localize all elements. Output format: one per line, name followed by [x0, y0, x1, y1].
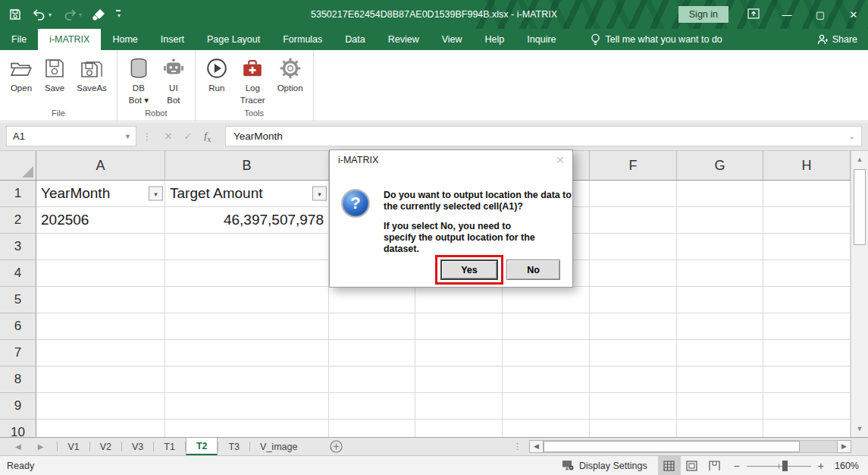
- cell-G10[interactable]: [677, 420, 763, 437]
- sheet-tab-v2[interactable]: V2: [90, 438, 121, 455]
- open-button[interactable]: Open: [5, 53, 38, 93]
- cell-E7[interactable]: [503, 340, 590, 366]
- cell-A9[interactable]: [36, 393, 165, 420]
- format-painter-icon[interactable]: [92, 8, 105, 21]
- prev-sheet-icon[interactable]: ◀: [15, 442, 21, 451]
- cell-C7[interactable]: [329, 340, 415, 366]
- cell-F5[interactable]: [590, 287, 677, 313]
- cell-A7[interactable]: [36, 340, 165, 366]
- cell-A5[interactable]: [36, 287, 165, 313]
- vertical-scrollbar[interactable]: ▲ ▼: [851, 151, 868, 437]
- save-button[interactable]: Save: [39, 53, 70, 93]
- cell-C6[interactable]: [329, 313, 415, 340]
- sheet-tab-t2[interactable]: T2: [186, 438, 218, 455]
- customize-qat-icon[interactable]: ▾: [116, 10, 121, 19]
- cell-D8[interactable]: [415, 366, 503, 393]
- zoom-slider-thumb[interactable]: [782, 461, 788, 471]
- filter-dropdown-icon[interactable]: ▾: [149, 187, 163, 201]
- cell-H8[interactable]: [763, 366, 851, 393]
- cell-E6[interactable]: [503, 313, 590, 340]
- tell-me-box[interactable]: Tell me what you want to do: [580, 29, 733, 50]
- ribbon-tab-home[interactable]: Home: [101, 29, 149, 50]
- row-header-8[interactable]: 8: [0, 366, 36, 393]
- cell-F7[interactable]: [590, 340, 677, 366]
- cell-D10[interactable]: [415, 420, 503, 437]
- ribbon-tab-help[interactable]: Help: [474, 29, 516, 50]
- horizontal-scrollbar[interactable]: [544, 440, 837, 453]
- formula-bar-splitter[interactable]: ⋮: [143, 131, 152, 142]
- row-header-10[interactable]: 10: [0, 420, 36, 437]
- cell-A6[interactable]: [36, 313, 165, 340]
- maximize-button[interactable]: ▢: [812, 9, 829, 20]
- yes-button[interactable]: Yes: [440, 260, 498, 280]
- cell-D5[interactable]: [415, 287, 503, 313]
- cell-E5[interactable]: [503, 287, 590, 313]
- select-all-corner[interactable]: [0, 151, 36, 180]
- row-header-5[interactable]: 5: [0, 287, 36, 313]
- normal-view-button[interactable]: [658, 456, 681, 475]
- formula-input[interactable]: YearMonth ⌄: [225, 126, 862, 146]
- option-button[interactable]: Option: [272, 53, 309, 93]
- ribbon-display-options-icon[interactable]: [745, 8, 762, 21]
- cell-G7[interactable]: [677, 340, 763, 366]
- cell-B9[interactable]: [165, 393, 329, 420]
- cell-A10[interactable]: [36, 420, 165, 437]
- dialog-title-bar[interactable]: i-MATRIX ✕: [330, 150, 572, 170]
- zoom-in-button[interactable]: +: [818, 460, 824, 472]
- cell-G6[interactable]: [677, 313, 763, 340]
- column-header-H[interactable]: H: [763, 151, 851, 180]
- cell-B6[interactable]: [165, 313, 329, 340]
- insert-function-icon[interactable]: fx: [198, 130, 218, 143]
- zoom-out-button[interactable]: −: [734, 460, 740, 472]
- row-header-2[interactable]: 2: [0, 207, 36, 234]
- cell-H2[interactable]: [763, 207, 851, 234]
- cell-D6[interactable]: [415, 313, 503, 340]
- row-header-1[interactable]: 1: [0, 181, 36, 207]
- sheet-tab-v3[interactable]: V3: [122, 438, 153, 455]
- db-bot-button[interactable]: DBBot ▾: [122, 53, 155, 105]
- undo-icon[interactable]: ▾: [32, 8, 52, 20]
- cell-F9[interactable]: [590, 393, 677, 420]
- cell-G3[interactable]: [677, 234, 763, 260]
- row-header-3[interactable]: 3: [0, 234, 36, 260]
- cell-F8[interactable]: [590, 366, 677, 393]
- cell-B2[interactable]: 46,397,507,978: [165, 207, 329, 234]
- sign-in-button[interactable]: Sign in: [678, 6, 729, 23]
- scroll-up-icon[interactable]: ▲: [851, 151, 868, 168]
- confirm-entry-icon[interactable]: ✓: [178, 131, 198, 142]
- cell-G9[interactable]: [677, 393, 763, 420]
- cell-G2[interactable]: [677, 207, 763, 234]
- ribbon-tab-view[interactable]: View: [431, 29, 474, 50]
- sheet-tab-t3[interactable]: T3: [218, 438, 249, 455]
- close-button[interactable]: ✕: [845, 9, 862, 20]
- ribbon-tab-page-layout[interactable]: Page Layout: [196, 29, 271, 50]
- ribbon-tab-data[interactable]: Data: [334, 29, 376, 50]
- cell-A8[interactable]: [36, 366, 165, 393]
- cell-C5[interactable]: [329, 287, 415, 313]
- cell-B7[interactable]: [165, 340, 329, 366]
- run-button[interactable]: Run: [200, 53, 233, 93]
- cell-F3[interactable]: [590, 234, 677, 260]
- redo-icon[interactable]: ▾: [62, 8, 82, 20]
- cell-B3[interactable]: [165, 234, 329, 260]
- cell-E10[interactable]: [503, 420, 590, 437]
- ribbon-tab-review[interactable]: Review: [377, 29, 431, 50]
- display-settings-button[interactable]: Display Settings: [551, 460, 658, 471]
- ui-bot-button[interactable]: UIBot: [157, 53, 190, 105]
- sheet-tab-v1[interactable]: V1: [58, 438, 89, 455]
- row-header-7[interactable]: 7: [0, 340, 36, 366]
- scroll-right-icon[interactable]: ▶: [837, 440, 851, 453]
- cell-C10[interactable]: [329, 420, 415, 437]
- cell-G8[interactable]: [677, 366, 763, 393]
- cell-H10[interactable]: [763, 420, 851, 437]
- cell-H5[interactable]: [763, 287, 851, 313]
- new-sheet-button[interactable]: [330, 438, 343, 455]
- page-break-view-button[interactable]: [703, 456, 726, 475]
- scroll-left-icon[interactable]: ◀: [529, 440, 544, 453]
- cell-F6[interactable]: [590, 313, 677, 340]
- ribbon-tab-file[interactable]: File: [0, 29, 38, 50]
- column-header-A[interactable]: A: [36, 151, 165, 180]
- cell-G1[interactable]: [677, 181, 763, 207]
- cell-G4[interactable]: [677, 260, 763, 287]
- cell-H4[interactable]: [763, 260, 851, 287]
